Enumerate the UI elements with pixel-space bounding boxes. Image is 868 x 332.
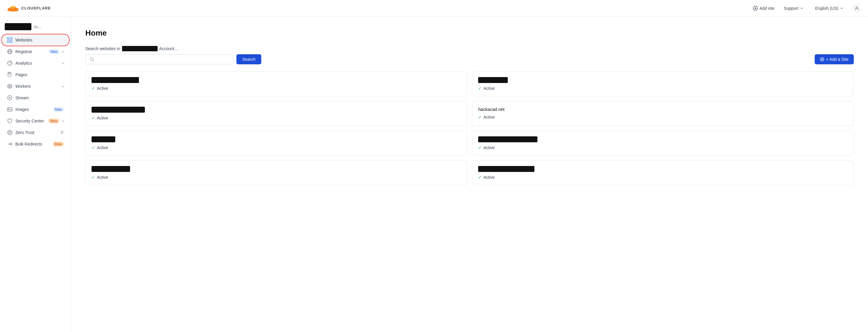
site-card[interactable]: ✓ Active [85,71,467,96]
account-selector[interactable]: Ac... [0,20,71,33]
status-text: Active [484,115,495,119]
check-icon: ✓ [92,86,95,91]
sidebar-item-analytics[interactable]: Analytics ▾ [2,58,68,69]
new-badge: New [49,49,59,54]
language-button[interactable]: English (US) [813,4,845,12]
site-card[interactable]: ✓ Active [472,71,854,96]
beta-badge: Beta [53,142,64,146]
sidebar-item-label: Zero Trust [16,130,57,135]
site-card[interactable]: ✓ Active [472,131,854,156]
plus-circle-icon [753,6,758,11]
search-button[interactable]: Search [237,54,261,64]
support-button[interactable]: Support [781,4,805,12]
site-status: ✓ Active [92,175,461,180]
add-site-button[interactable]: + Add a Site [815,54,854,64]
user-icon [855,6,859,11]
sidebar-item-workers[interactable]: Workers ▾ [2,81,68,92]
sidebar-item-bulk-redirects[interactable]: Bulk Redirects Beta [2,139,68,150]
svg-rect-10 [10,40,12,42]
site-status: ✓ Active [478,145,847,150]
external-link-icon [60,131,64,134]
page-title: Home [85,28,854,38]
plus-icon [820,57,824,61]
check-icon: ✓ [92,116,95,120]
search-area: Search websites in Account... Search + A… [85,46,854,64]
main-layout: Ac... Websites Registrar New ▾ Analytics [0,17,868,332]
check-icon: ✓ [92,145,95,150]
status-text: Active [97,175,108,180]
site-name-redacted [478,77,508,83]
account-suffix: Ac... [34,25,41,29]
svg-rect-9 [7,40,9,42]
site-card[interactable]: ✓ Active [85,131,467,156]
logo-text: CLOUDFLARE [21,6,51,10]
sidebar-item-label: Websites [16,38,64,42]
site-status: ✓ Active [92,116,461,120]
status-text: Active [97,116,108,120]
globe-icon [7,49,12,54]
sidebar-item-images[interactable]: Images New [2,104,68,115]
check-icon: ✓ [478,86,482,91]
svg-rect-17 [8,74,10,74]
search-input-wrap[interactable] [85,54,234,64]
site-card[interactable]: ✓ Active [85,101,467,126]
chevron-down-icon: ▾ [62,62,64,65]
grid-icon [7,37,12,43]
sidebar-item-label: Bulk Redirects [16,142,50,146]
search-icon [90,57,94,62]
site-card[interactable]: hackacad.net ✓ Active [472,101,854,126]
logo[interactable]: CLOUDFLARE [7,4,51,12]
chevron-down-icon: ▾ [62,85,64,88]
sidebar-item-security-center[interactable]: Security Center Beta ▾ [2,115,68,127]
sidebar-item-label: Workers [16,84,59,89]
chevron-down-icon [840,7,843,10]
site-status: ✓ Active [478,86,847,91]
top-navigation: CLOUDFLARE Add site Support English (US) [0,0,868,17]
svg-point-25 [8,130,12,135]
pages-icon [7,72,12,78]
site-status: ✓ Active [478,175,847,180]
site-name-redacted [92,137,115,142]
sidebar-item-label: Stream [16,95,64,100]
sidebar-item-label: Pages [16,72,64,77]
sidebar: Ac... Websites Registrar New ▾ Analytics [0,17,71,332]
site-name-redacted [478,166,534,172]
svg-point-26 [9,131,11,134]
account-name-redacted [122,46,158,51]
account-name-redacted [5,23,31,30]
workers-icon [7,84,12,89]
sidebar-item-websites[interactable]: Websites [2,34,68,46]
stream-icon [7,95,12,100]
sidebar-item-pages[interactable]: Pages [2,69,68,80]
search-input[interactable] [97,57,229,62]
status-text: Active [484,175,495,180]
site-card[interactable]: ✓ Active [472,160,854,185]
user-avatar[interactable] [852,4,861,12]
search-label: Search websites in Account... [85,46,854,51]
sidebar-item-label: Analytics [16,61,59,65]
sidebar-item-label: Registrar [16,49,45,54]
sidebar-item-zero-trust[interactable]: Zero Trust [2,127,68,138]
search-input-group: Search [85,54,261,64]
search-row: Search + Add a Site [85,54,854,64]
sidebar-item-label: Images [16,107,50,112]
svg-rect-4 [8,10,19,11]
status-text: Active [484,86,495,91]
sidebar-item-label: Security Center [16,119,45,123]
svg-rect-23 [8,108,12,111]
chevron-down-icon [800,7,803,10]
site-name-redacted [92,77,139,83]
shield-icon [7,118,12,124]
site-name-redacted [92,166,130,172]
check-icon: ✓ [92,175,95,180]
topnav-add-site[interactable]: Add site [753,6,775,11]
site-card[interactable]: ✓ Active [85,160,467,185]
site-status: ✓ Active [478,115,847,119]
site-name-redacted [478,137,537,142]
chevron-down-icon: ▾ [62,119,64,123]
sidebar-item-stream[interactable]: Stream [2,92,68,103]
status-text: Active [484,145,495,150]
sidebar-item-registrar[interactable]: Registrar New ▾ [2,46,68,57]
status-text: Active [97,145,108,150]
images-icon [7,107,12,112]
